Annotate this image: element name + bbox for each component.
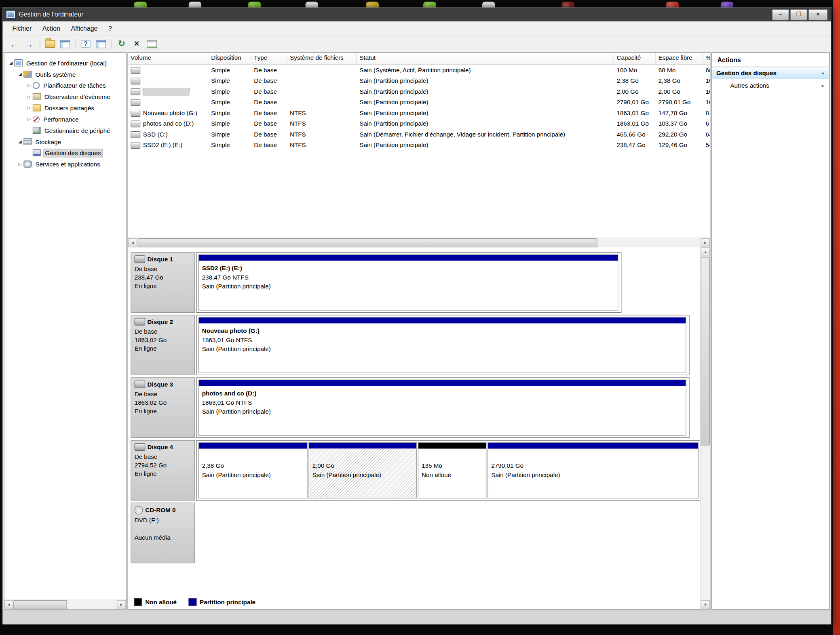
action-pane-icon [96,40,106,48]
partition-text: 2,00 GoSain (Partition principale) [309,449,416,498]
volume-name: SSD (C:) [143,131,168,138]
expand-right-chevron-icon: ► [821,83,825,88]
tree-collapsed-icon[interactable]: ▷ [17,162,23,166]
tree-horizontal-scrollbar[interactable]: ◄ ► [4,599,126,609]
tree-item-9[interactable]: ▷Services et applications [4,158,126,170]
menu-item-0[interactable]: Fichier [7,23,37,34]
volume-row-6[interactable]: SSD (C:)SimpleDe baseNTFSSain (Démarrer,… [128,129,710,140]
pct-cell: 54 % [703,142,710,148]
disk-info-line: 238,47 Go [135,273,191,282]
partition-block[interactable]: 2790,01 GoSain (Partition principale) [488,442,699,498]
scroll-left-icon[interactable]: ◄ [128,238,137,248]
more-actions-item[interactable]: Autres actions ► [712,79,829,93]
volume-name-cell: SSD2 (E:) (E:) [128,142,209,149]
refresh-button[interactable]: ↻ [115,38,129,50]
partition-block[interactable]: photos and co (D:)1863,01 Go NTFSSain (P… [198,380,686,436]
tree-collapsed-icon[interactable]: ▷ [26,83,33,88]
scroll-up-icon[interactable]: ▲ [701,247,710,257]
pct-cell: 63 % [703,131,710,138]
menu-item-1[interactable]: Action [37,23,65,34]
volume-row-2[interactable]: SimpleDe baseSain (Partition principale)… [128,86,710,97]
capacity-cell: 465,66 Go [614,131,656,138]
minimize-button[interactable]: – [772,9,789,20]
delete-partition-button[interactable]: × [130,38,144,50]
tree-item-8[interactable]: Gestion des disques [4,147,126,158]
partition-block[interactable]: SSD2 (E:) (E:)238,47 Go NTFSSain (Partit… [198,254,618,311]
column-header-6[interactable]: Espace libre [656,53,703,64]
tree-item-3[interactable]: ▷Observateur d’événeme [4,91,126,102]
volume-row-0[interactable]: SimpleDe baseSain (Système, Actif, Parti… [128,65,710,76]
column-header-5[interactable]: Capacité [614,53,656,64]
disk-row-1: Disque 2De base1863,02 GoEn ligneNouveau… [131,315,700,375]
column-header-7[interactable]: % libres [703,53,710,64]
volume-row-7[interactable]: SSD2 (E:) (E:)SimpleDe baseNTFSSain (Par… [128,140,710,151]
disk-info-4[interactable]: CD-ROM 0DVD (F:) Aucun média [131,503,195,563]
tree-expanded-icon[interactable]: ◢ [17,72,23,77]
column-header-3[interactable]: Système de fichiers [287,53,357,64]
column-header-1[interactable]: Disposition [209,53,251,64]
scroll-left-icon[interactable]: ◄ [4,600,14,610]
up-level-button[interactable] [43,38,57,50]
tree-item-6[interactable]: Gestionnaire de périphé [4,125,126,136]
show-action-pane-button[interactable] [94,38,108,50]
title-bar[interactable]: Gestion de l’ordinateur – ❒ × [3,8,831,21]
volume-row-5[interactable]: photos and co (D:)SimpleDe baseNTFSSain … [128,118,710,129]
tree-hscroll-thumb[interactable] [13,600,67,610]
volume-row-3[interactable]: SimpleDe baseSain (Partition principale)… [128,97,710,108]
column-header-4[interactable]: Statut [357,53,614,64]
help-button[interactable]: ? [79,38,93,50]
capacity-cell: 2790,01 Go [614,99,656,105]
show-console-tree-button[interactable] [58,38,72,50]
scroll-down-icon[interactable]: ▼ [701,600,710,610]
volume-hscroll-thumb[interactable] [138,238,597,248]
volume-list-horizontal-scrollbar[interactable]: ◄ ► [128,238,710,247]
tree-item-1[interactable]: ◢Outils système [4,69,126,80]
actions-group-disk-management[interactable]: Gestion des disques ▲ [712,67,829,79]
tree-item-label: Observateur d’événeme [43,93,112,101]
tree-item-4[interactable]: ▷Dossiers partagés [4,102,126,114]
disk-management-pane: VolumeDispositionTypeSystème de fichiers… [127,53,710,610]
column-header-2[interactable]: Type [251,53,287,64]
column-header-0[interactable]: Volume [128,53,209,64]
tree-expanded-icon[interactable]: ◢ [8,61,15,65]
partition-block[interactable]: 2,00 GoSain (Partition principale) [308,442,417,498]
tree-collapsed-icon[interactable]: ▷ [26,94,33,99]
collapse-chevron-icon[interactable]: ▲ [821,70,825,75]
scroll-right-icon[interactable]: ► [117,600,126,610]
tree-item-7[interactable]: ◢Stockage [4,136,126,147]
close-button[interactable]: × [808,9,828,20]
partition-block[interactable]: 2,38 GoSain (Partition principale) [198,442,307,498]
menu-item-3[interactable]: ? [103,23,117,34]
volume-row-1[interactable]: SimpleDe baseSain (Partition principale)… [128,76,710,86]
graph-vscroll-thumb[interactable] [701,257,710,445]
disk-info-1[interactable]: Disque 2De base1863,02 GoEn ligne [131,315,195,375]
forward-button[interactable]: → [22,38,36,50]
tree-item-2[interactable]: ▷Planificateur de tâches [4,80,126,91]
graphical-vertical-scrollbar[interactable]: ▲ ▼ [700,247,710,609]
disk-info-2[interactable]: Disque 3De base1863,02 GoEn ligne [131,377,195,438]
partition-block[interactable]: 135 MoNon alloué [418,442,487,498]
disk-info-3[interactable]: Disque 4De base2794,52 GoEn ligne [131,440,195,500]
disk-info-0[interactable]: Disque 1De base238,47 GoEn ligne [131,252,195,313]
actions-group-label: Gestion des disques [716,69,777,76]
toolbar-separator [112,39,112,49]
menu-item-2[interactable]: Affichage [65,23,103,34]
maximize-button[interactable]: ❒ [790,9,807,20]
tree-expanded-icon[interactable]: ◢ [17,139,23,144]
tree-item-0[interactable]: ◢Gestion de l’ordinateur (local) [4,57,126,69]
partition-block[interactable]: Nouveau photo (G:)1863,01 Go NTFSSain (P… [198,317,686,373]
tree-collapsed-icon[interactable]: ▷ [26,117,33,122]
tree-collapsed-icon[interactable]: ▷ [26,105,33,110]
volume-row-4[interactable]: Nouveau photo (G:)SimpleDe baseNTFSSain … [128,107,710,118]
drive-icon [135,381,146,388]
tree-item-5[interactable]: ▷Performance [4,114,126,125]
properties-button[interactable] [145,38,158,50]
scroll-right-icon[interactable]: ► [701,238,710,248]
computer-management-window: Gestion de l’ordinateur – ❒ × FichierAct… [2,8,832,625]
volume-name-cell [128,78,209,84]
type-cell: De base [251,67,287,74]
partition-text: 2,38 GoSain (Partition principale) [199,449,307,480]
back-button[interactable]: ← [7,38,21,50]
type-cell: De base [251,120,287,127]
disk-info-line: De base [135,390,191,398]
